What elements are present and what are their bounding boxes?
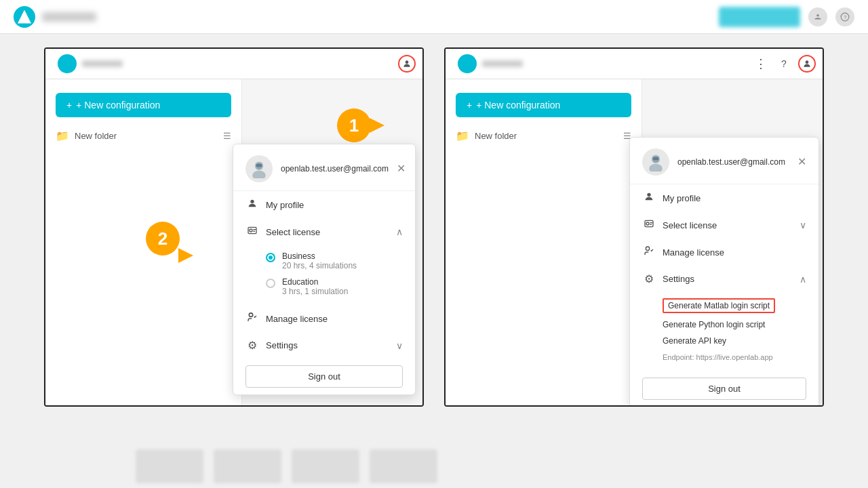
user-email-1: openlab.test.user@gmail.com <box>281 164 389 174</box>
generate-python-item[interactable]: Generate Python login script <box>663 317 806 333</box>
badge-1: 1 <box>337 108 371 142</box>
bottom-thumb-4 <box>370 449 437 483</box>
new-config-label-2: + New configuration <box>476 100 560 110</box>
sign-out-button-2[interactable]: Sign out <box>642 378 806 400</box>
license-education-name-1: Education <box>282 277 348 287</box>
user-avatar-2 <box>642 148 669 176</box>
select-license-item-1[interactable]: Select license ∧ <box>233 218 415 245</box>
new-config-button-1[interactable]: + + New configuration <box>56 93 231 117</box>
top-bar-icon2[interactable]: ? <box>835 7 854 26</box>
top-bar-action-blur <box>719 7 800 27</box>
dropdown-header-1: openlab.test.user@gmail.com ✕ <box>233 144 415 191</box>
inner-sidebar-1: + + New configuration 📁 New folder ☰ <box>45 79 242 405</box>
generate-api-item[interactable]: Generate API key <box>663 333 806 349</box>
svg-text:?: ? <box>844 14 846 20</box>
folder-icon-1: 📁 <box>56 129 69 142</box>
sign-out-button-1[interactable]: Sign out <box>245 365 403 388</box>
svg-rect-7 <box>256 164 262 167</box>
bottom-thumb-2 <box>214 449 281 483</box>
more-icon-button-2[interactable]: ⋮ <box>752 55 770 73</box>
new-folder-row-2: 📁 New folder ☰ <box>456 129 631 142</box>
profile-icon-dp-1 <box>245 198 259 211</box>
my-profile-label-2: My profile <box>663 193 806 203</box>
new-folder-label-1: New folder <box>75 131 117 141</box>
settings-label-2: Settings <box>663 274 793 284</box>
top-bar: ? <box>0 0 868 34</box>
my-profile-label-1: My profile <box>266 200 403 210</box>
license-icon-1 <box>245 225 259 239</box>
my-profile-item-2[interactable]: My profile <box>630 184 818 211</box>
radio-education-1 <box>266 279 275 288</box>
generate-matlab-item[interactable]: Generate Matlab login script <box>663 295 806 317</box>
new-folder-row-1: 📁 New folder ☰ <box>56 129 231 142</box>
inner-title-blur-2 <box>482 60 523 67</box>
plus-icon-2: + <box>467 100 472 110</box>
badge-1-arrow <box>370 118 384 133</box>
settings-item-2[interactable]: ⚙ Settings ∧ <box>630 266 818 292</box>
select-license-expand-2: ∨ <box>800 220 806 230</box>
svg-point-20 <box>647 193 650 197</box>
inner-top-bar-left-2 <box>452 54 747 73</box>
profile-icon-button-2[interactable] <box>798 55 816 73</box>
badge-2: 2 <box>146 222 180 256</box>
dropdown-close-1[interactable]: ✕ <box>397 163 406 174</box>
badge-2-arrow <box>178 248 193 263</box>
folder-icon-2: 📁 <box>456 129 469 142</box>
settings-item-1[interactable]: ⚙ Settings ∨ <box>233 332 415 359</box>
new-config-button-2[interactable]: + + New configuration <box>456 93 631 117</box>
endpoint-label: Endpoint: https://live.openlab.app <box>663 353 773 361</box>
settings-expand-1: ∨ <box>396 340 403 351</box>
inner-top-bar-2: ⋮ ? <box>446 49 823 79</box>
generate-python-label: Generate Python login script <box>663 320 765 329</box>
dropdown-1: openlab.test.user@gmail.com ✕ My profile… <box>233 144 416 395</box>
select-license-item-2[interactable]: Select license ∨ <box>630 211 818 239</box>
select-license-label-2: Select license <box>663 220 793 230</box>
settings-expand-2: ∧ <box>800 274 806 285</box>
inner-title-blur-1 <box>82 60 123 67</box>
dropdown-2: openlab.test.user@gmail.com ✕ My profile… <box>629 137 819 407</box>
list-icon-1: ☰ <box>223 131 231 141</box>
generate-matlab-label: Generate Matlab login script <box>663 298 775 313</box>
new-folder-label-2: New folder <box>475 131 517 141</box>
user-email-2: openlab.test.user@gmail.com <box>677 157 789 167</box>
svg-point-15 <box>806 60 809 64</box>
manage-icon-1 <box>245 312 259 325</box>
dropdown-close-2[interactable]: ✕ <box>797 157 806 167</box>
app-title-blur <box>42 12 96 22</box>
manage-license-item-1[interactable]: Manage license <box>233 305 415 332</box>
app-logo <box>14 6 35 28</box>
inner-logo-2 <box>458 54 477 73</box>
new-config-label-1: + New configuration <box>76 100 160 110</box>
svg-point-5 <box>252 171 266 178</box>
manage-license-item-2[interactable]: Manage license <box>630 239 818 266</box>
license-education-detail-1: 3 hrs, 1 simulation <box>282 287 348 296</box>
plus-icon-1: + <box>66 100 72 110</box>
manage-icon-2 <box>642 245 656 259</box>
generate-api-label: Generate API key <box>663 336 726 346</box>
dropdown-header-2: openlab.test.user@gmail.com ✕ <box>630 138 818 184</box>
select-license-label-1: Select license <box>266 227 389 237</box>
profile-icon-button-1[interactable] <box>398 55 416 73</box>
license-icon-2 <box>642 218 656 232</box>
top-bar-icon1[interactable] <box>808 7 827 26</box>
license-business-name-1: Business <box>282 251 357 261</box>
badge-2-number: 2 <box>158 228 167 249</box>
help-icon-button-2[interactable]: ? <box>775 55 793 73</box>
svg-point-8 <box>250 200 254 203</box>
license-business-1[interactable]: Business 20 hrs, 4 simulations <box>266 248 403 274</box>
my-profile-item-1[interactable]: My profile <box>233 191 415 218</box>
license-education-1[interactable]: Education 3 hrs, 1 simulation <box>266 274 403 300</box>
license-business-detail-1: 20 hrs, 4 simulations <box>282 261 357 270</box>
settings-icon-1: ⚙ <box>245 339 259 352</box>
panel-1: + + New configuration 📁 New folder ☰ 1 <box>44 47 424 407</box>
svg-point-14 <box>249 313 252 317</box>
inner-sidebar-2: + + New configuration 📁 New folder ☰ <box>446 79 642 405</box>
inner-top-bar-1 <box>45 49 422 79</box>
inner-app-2: ⋮ ? + + New configuration 📁 New folder <box>446 49 823 405</box>
license-sub-1: Business 20 hrs, 4 simulations Education… <box>233 245 415 305</box>
panel-2: ⋮ ? + + New configuration 📁 New folder <box>444 47 824 407</box>
badge-1-number: 1 <box>349 115 359 136</box>
top-bar-left <box>14 6 96 28</box>
svg-point-3 <box>406 60 409 64</box>
manage-license-label-1: Manage license <box>266 314 403 324</box>
